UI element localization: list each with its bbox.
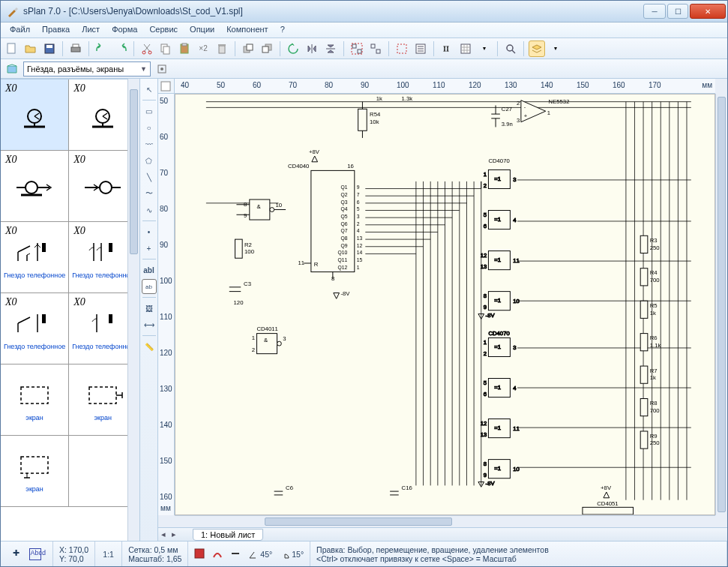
svg-text:=1: =1 [494,384,501,391]
svg-rect-18 [358,50,361,53]
library-item[interactable]: X0 Гнездо телефонное [69,293,127,364]
ruler-top[interactable]: мм 405060708090100110120130140150160170 [175,79,715,94]
line-tool[interactable]: ╲ [142,170,157,184]
ruler-corner[interactable] [158,79,175,94]
cut-button[interactable] [139,40,155,57]
vertical-scrollbar[interactable] [715,94,727,515]
zigzag-tool[interactable]: 〰 [142,136,157,152]
angle1-icon[interactable]: 45° [248,549,272,560]
maximize-button[interactable]: ☐ [667,4,688,19]
dropdown-button[interactable]: ▾ [476,40,493,57]
ruler-left[interactable]: мм 5060708090100110120130140150160 [158,94,175,515]
library-item[interactable]: экран [1,436,69,507]
circle-tool[interactable]: ○ [142,120,157,135]
svg-point-34 [25,182,37,194]
svg-text:-8V: -8V [486,312,496,319]
zoom-button[interactable] [502,40,519,57]
canvas[interactable]: R54 10k 1k 1.3k C27 3.9n - [175,94,715,515]
menu-options[interactable]: Опции [184,22,220,38]
flipv-button[interactable] [322,40,339,57]
menu-service[interactable]: Сервис [143,22,184,38]
library-item[interactable]: экран [69,364,127,436]
library-item[interactable]: X0 Гнездо телефонное [1,293,69,364]
menu-help[interactable]: ? [274,22,291,38]
node-tool[interactable]: • [142,224,157,239]
library-item[interactable]: X0 [69,80,127,151]
sheet-tab[interactable]: 1: Новый лист [193,529,263,541]
measure-tool[interactable]: 📏 [142,339,157,354]
tab-next-button[interactable]: ▸ [169,530,179,539]
svg-text:4: 4 [513,385,517,392]
angle2-icon[interactable]: 15° [280,549,304,560]
find-button[interactable] [439,40,455,57]
rect-tool[interactable]: ▭ [142,104,157,118]
menu-component[interactable]: Компонент [220,22,274,38]
status-y: Y: 70,0 [59,554,88,563]
menu-edit[interactable]: Правка [36,22,76,38]
fliph-button[interactable] [304,40,320,57]
polygon-tool[interactable]: ⬠ [142,153,157,168]
grid-button[interactable] [457,40,474,57]
paste-button[interactable] [176,40,193,57]
group-button[interactable] [349,40,365,57]
library-icon[interactable] [4,61,20,77]
tofront-button[interactable] [240,40,256,57]
line-style-icon[interactable] [230,548,241,560]
horizontal-scrollbar[interactable] [175,515,715,527]
undo-button[interactable] [94,40,110,57]
toback-button[interactable] [259,40,275,57]
menu-sheet[interactable]: Лист [76,22,106,38]
copy-button[interactable] [157,40,174,57]
dropdown-layers-button[interactable]: ▾ [547,40,564,57]
layers-button[interactable] [529,40,545,57]
delete-button[interactable] [214,40,230,57]
select-box-button[interactable] [394,40,410,57]
open-button[interactable] [22,40,39,57]
junction-tool[interactable]: + [142,241,157,256]
svg-text:Q5: Q5 [340,214,347,220]
close-button[interactable]: ✕ [690,4,726,19]
color-fill-icon[interactable] [194,548,205,560]
library-item[interactable]: X0 Гнездо телефонное [69,222,127,293]
svg-rect-45 [109,243,112,252]
save-button[interactable] [41,40,58,57]
redo-button[interactable] [112,40,129,57]
ungroup-button[interactable] [367,40,384,57]
new-button[interactable] [4,40,20,57]
library-settings-button[interactable] [154,61,170,77]
menu-form[interactable]: Форма [106,22,143,38]
minimize-button[interactable]: ─ [643,4,666,19]
library-item[interactable]: X0 Гнездо телефонное [1,222,69,293]
library-item[interactable]: экран [1,364,69,436]
library-item[interactable] [69,436,127,507]
cursor-tool[interactable]: ↖ [142,82,157,97]
dimension-tool[interactable]: ⟷ [142,317,157,332]
svg-text:12: 12 [481,420,487,427]
svg-text:3: 3 [357,214,360,219]
library-combo[interactable]: Гнёзда, разъёмы, экраны ▼ [23,62,151,76]
svg-text:11: 11 [513,425,520,432]
label-tool[interactable]: ab [142,279,157,294]
svg-text:15: 15 [357,257,363,262]
svg-text:R4: R4 [650,269,658,276]
list-button[interactable] [412,40,429,57]
multiply-button[interactable]: ×2 [195,40,211,57]
label-toggle-icon[interactable]: Abcd [29,548,41,560]
library-scrollbar[interactable] [127,79,139,541]
text-tool[interactable]: abI [142,262,157,278]
bezier-tool[interactable]: ∿ [142,202,157,218]
menu-file[interactable]: Файл [4,22,36,38]
svg-rect-22 [397,44,406,53]
curve-tool[interactable]: 〜 [142,186,157,201]
rotate-button[interactable] [285,40,301,57]
titlebar[interactable]: sPlan 7.0 - [C:\Users\Jenya\Downloads\St… [1,1,727,22]
print-button[interactable] [67,40,84,57]
library-item[interactable]: X0 [1,151,69,222]
svg-text:13: 13 [481,263,487,270]
snap-toggle-icon[interactable]: ✚ [13,548,25,560]
tab-prev-button[interactable]: ◂ [158,530,169,539]
library-item[interactable]: X0 [69,151,127,222]
image-tool[interactable]: 🖼 [142,301,157,316]
color-line-icon[interactable] [212,548,223,560]
library-item[interactable]: X0 [1,80,69,151]
